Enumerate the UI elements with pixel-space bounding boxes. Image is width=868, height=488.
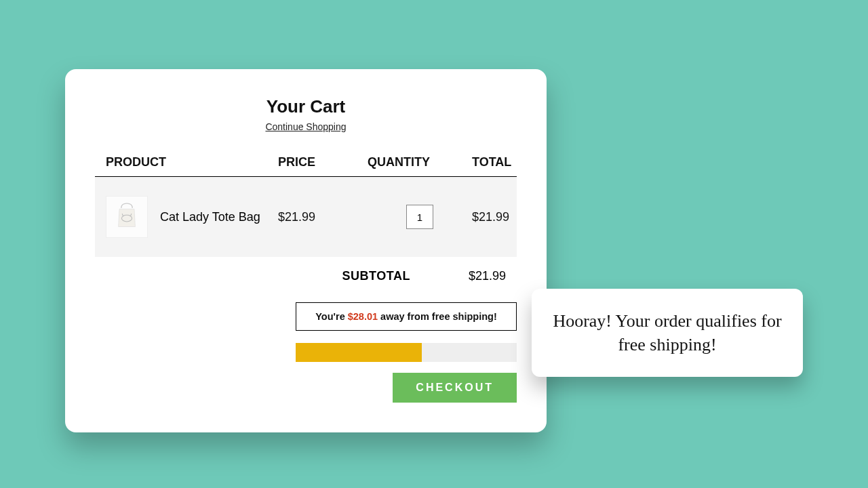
- cart-card: Your Cart Continue Shopping PRODUCT PRIC…: [65, 69, 547, 432]
- product-price: $21.99: [278, 210, 368, 224]
- quantity-cell: [368, 205, 472, 229]
- checkout-button[interactable]: CHECKOUT: [393, 373, 517, 403]
- ship-msg-prefix: You're: [315, 311, 348, 322]
- table-row: Cat Lady Tote Bag $21.99 $21.99: [95, 177, 517, 257]
- col-header-total: TOTAL: [472, 155, 511, 169]
- col-header-product: PRODUCT: [106, 155, 278, 169]
- product-total: $21.99: [472, 210, 509, 224]
- product-name: Cat Lady Tote Bag: [160, 210, 260, 224]
- cart-title: Your Cart: [95, 96, 517, 117]
- cart-table: PRODUCT PRICE QUANTITY TOTAL C: [95, 155, 517, 257]
- quantity-input[interactable]: [406, 205, 433, 229]
- continue-shopping-link[interactable]: Continue Shopping: [95, 121, 517, 132]
- col-header-quantity: QUANTITY: [368, 155, 472, 169]
- free-shipping-progress: [296, 343, 517, 362]
- subtotal-label: SUBTOTAL: [342, 269, 410, 283]
- tote-bag-icon: [112, 201, 142, 233]
- table-header: PRODUCT PRICE QUANTITY TOTAL: [95, 155, 517, 177]
- product-thumbnail: [106, 196, 148, 238]
- subtotal-value: $21.99: [469, 269, 506, 283]
- free-shipping-toast: Hooray! Your order qualifies for free sh…: [532, 289, 803, 377]
- ship-msg-amount: $28.01: [348, 311, 378, 322]
- ship-msg-suffix: away from free shipping!: [378, 311, 497, 322]
- subtotal-row: SUBTOTAL $21.99: [95, 257, 517, 283]
- free-shipping-message: You're $28.01 away from free shipping!: [296, 302, 517, 331]
- col-header-price: PRICE: [278, 155, 368, 169]
- product-cell: Cat Lady Tote Bag: [106, 196, 278, 238]
- progress-fill: [296, 343, 422, 362]
